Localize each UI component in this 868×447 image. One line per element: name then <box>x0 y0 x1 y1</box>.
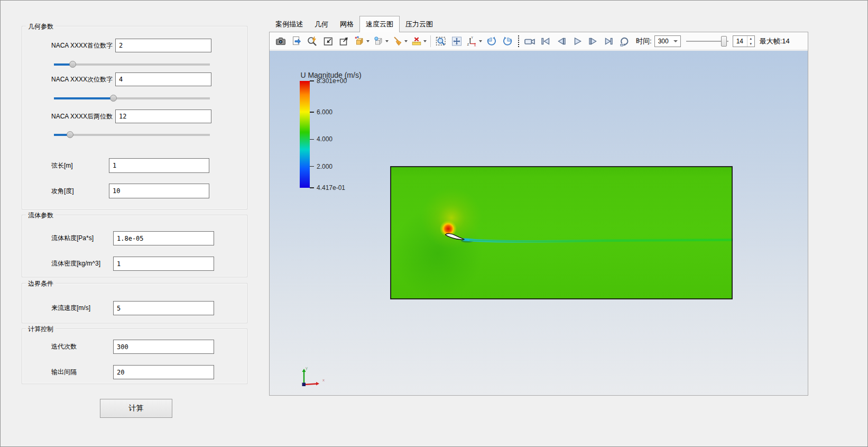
field-input[interactable] <box>109 184 209 198</box>
field-input[interactable] <box>113 365 214 379</box>
field-label: 流体密度[kg/m^3] <box>51 257 112 271</box>
param-slider[interactable] <box>54 131 210 139</box>
field-input[interactable] <box>109 158 209 173</box>
zoom-to-data-button[interactable] <box>306 34 319 48</box>
parameter-groupbox: 边界条件来流速度[m/s] <box>22 283 247 323</box>
clean-button[interactable] <box>391 34 408 48</box>
save-screenshot-button[interactable] <box>274 34 288 48</box>
legend-tick-labels: 8.301e+006.0004.0002.0004.417e-01 <box>310 81 373 188</box>
spin-up-icon[interactable]: ▲ <box>747 36 754 41</box>
dropdown-caret-icon <box>404 40 408 42</box>
zoom-to-box-button[interactable] <box>321 34 335 48</box>
svg-text:Z: Z <box>467 43 469 46</box>
legend-tick-text: 4.417e-01 <box>317 184 345 191</box>
field-label: 迭代次数 <box>51 340 112 354</box>
frame-spinbox[interactable]: 14▲▼ <box>733 35 755 47</box>
time-combobox-value: 300 <box>658 38 669 45</box>
calculate-button[interactable]: 计算 <box>100 399 172 418</box>
field-input[interactable] <box>115 110 211 123</box>
field-input[interactable] <box>113 301 214 315</box>
last-frame-button[interactable] <box>602 34 616 48</box>
rotate-counterclockwise-button[interactable] <box>485 34 498 48</box>
groupbox-title: 几何参数 <box>26 22 56 31</box>
view-tab-pane: YXZ 时间: 300 14▲▼ 最大帧:14 U Magnitude (m/s… <box>269 32 808 396</box>
field-input[interactable] <box>113 257 214 271</box>
legend-tick: 4.000 <box>310 135 333 143</box>
lighting-button[interactable] <box>372 34 389 48</box>
box-arrow-in-icon <box>322 35 335 48</box>
legend-tick-text: 4.000 <box>317 135 333 143</box>
groupbox-title: 边界条件 <box>26 279 56 288</box>
tab-压力云图[interactable]: 压力云图 <box>400 17 439 32</box>
remove-measurement-button[interactable] <box>410 34 427 48</box>
axis-triad-icon: YXZ <box>466 35 478 48</box>
orientation-axes: y x <box>293 364 330 393</box>
legend-tick: 4.417e-01 <box>310 184 345 191</box>
video-camera-icon <box>523 35 536 48</box>
loop-button[interactable] <box>618 34 632 48</box>
parameter-panel: 几何参数NACA XXXX首位数字NACA XXXX次位数字NACA XXXX后… <box>1 1 265 447</box>
field-label: 输出间隔 <box>51 365 112 379</box>
representation-button[interactable] <box>353 34 370 48</box>
field-input[interactable] <box>115 39 211 52</box>
slider-thumb[interactable] <box>69 61 76 68</box>
rotate-clockwise-button[interactable] <box>501 34 514 48</box>
camera-icon <box>274 35 287 48</box>
previous-frame-icon <box>555 35 568 48</box>
field-input[interactable] <box>113 340 214 354</box>
zoom-to-selection-button[interactable] <box>434 34 448 48</box>
legend-tick-dash <box>310 139 314 140</box>
legend-tick-text: 6.000 <box>317 108 333 116</box>
slider-thumb[interactable] <box>67 131 73 138</box>
max-frame-label: 最大帧:14 <box>760 37 790 46</box>
export-scene-button[interactable] <box>290 34 303 48</box>
pan-arrows-icon <box>450 35 463 48</box>
previous-frame-button[interactable] <box>555 34 568 48</box>
legend-tick: 2.000 <box>310 163 333 170</box>
ruler-delete-icon <box>411 35 422 48</box>
color-legend: U Magnitude (m/s) 8.301e+006.0004.0002.0… <box>284 71 384 79</box>
tab-速度云图[interactable]: 速度云图 <box>359 16 400 32</box>
tab-几何[interactable]: 几何 <box>309 17 334 32</box>
slider-thumb[interactable] <box>110 95 117 102</box>
dropdown-caret-icon <box>479 40 482 42</box>
legend-tick: 8.301e+00 <box>310 77 347 85</box>
next-frame-button[interactable] <box>586 34 600 48</box>
slider-track <box>54 134 210 136</box>
tab-案例描述[interactable]: 案例描述 <box>270 17 309 32</box>
param-slider[interactable] <box>54 95 210 102</box>
field-label: 来流速度[m/s] <box>51 301 112 315</box>
field-input[interactable] <box>115 72 211 86</box>
animation-camera-button[interactable] <box>523 34 537 48</box>
render-view[interactable]: U Magnitude (m/s) 8.301e+006.0004.0002.0… <box>270 51 808 395</box>
lightbulb-cube-icon <box>373 35 384 48</box>
tab-网格[interactable]: 网格 <box>334 17 359 32</box>
legend-colorbar[interactable] <box>300 81 310 188</box>
slider-fill <box>54 97 113 99</box>
render-toolbar: YXZ 时间: 300 14▲▼ 最大帧:14 <box>270 32 808 50</box>
reset-camera-button[interactable] <box>337 34 351 48</box>
svg-text:Y: Y <box>471 35 473 39</box>
pan-button[interactable] <box>450 34 464 48</box>
field-input[interactable] <box>113 231 214 245</box>
time-slider[interactable] <box>686 35 728 47</box>
velocity-contour-plot <box>390 166 733 299</box>
loop-icon <box>618 35 631 48</box>
time-slider-handle[interactable] <box>721 36 727 47</box>
field-label: NACA XXXX次位数字 <box>51 72 114 86</box>
groupbox-title: 流体参数 <box>26 211 56 220</box>
parameter-groupbox: 计算控制迭代次数输出间隔 <box>22 329 247 384</box>
set-view-axis-button[interactable]: YXZ <box>466 34 483 48</box>
rotate-ccw-icon <box>485 35 498 48</box>
parameter-groupbox: 流体参数流体粘度[Pa*s]流体密度[kg/m^3] <box>22 215 247 277</box>
svg-text:y: y <box>306 366 308 370</box>
field-label: 攻角[度] <box>51 184 107 198</box>
spin-down-icon[interactable]: ▼ <box>747 41 754 47</box>
param-slider[interactable] <box>54 61 210 68</box>
dropdown-caret-icon <box>385 40 389 42</box>
svg-text:x: x <box>322 378 325 382</box>
first-frame-button[interactable] <box>539 34 552 48</box>
play-button[interactable] <box>570 34 584 48</box>
frame-spinbox-value: 14 <box>736 38 743 45</box>
time-combobox[interactable]: 300 <box>654 35 681 47</box>
